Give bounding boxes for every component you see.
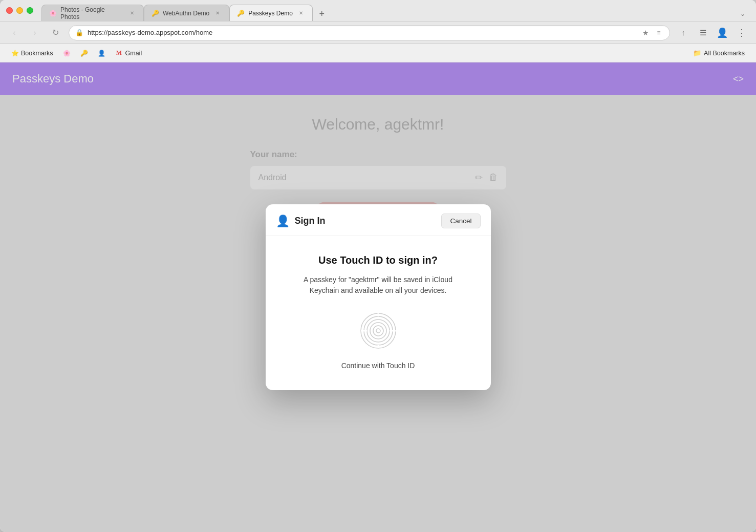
bookmark-gmail-icon: M [116,50,123,57]
reader-icon[interactable]: ≡ [654,28,663,37]
tab-webauthn-label: WebAuthn Demo [163,10,209,17]
bookmarks-bar: ⭐ Bookmarks 🌸 🔑 👤 M Gmail 📁 All Bookmark… [0,44,756,62]
touch-id-desc: A passkey for "agektmr" will be saved in… [296,274,460,296]
refresh-button[interactable]: ↻ [48,26,62,40]
svg-point-1 [364,316,393,345]
bookmark-photos[interactable]: 🌸 [59,48,75,59]
tab-passkeys-close[interactable]: ✕ [297,9,305,17]
sidebar-toggle-icon[interactable]: ☰ [696,26,710,40]
passkeys-tab-icon: 🔑 [237,10,244,17]
tab-photos[interactable]: 🌸 Photos - Google Photos ✕ [41,5,144,21]
fingerprint-icon [360,312,397,349]
webauthn-tab-icon: 🔑 [152,10,159,17]
tab-photos-close[interactable]: ✕ [128,9,136,17]
traffic-lights [6,7,33,14]
back-button[interactable]: ‹ [7,26,21,40]
profile-icon[interactable]: 👤 [715,26,729,40]
bookmark-person-icon: 👤 [98,50,105,57]
modal-cancel-button[interactable]: Cancel [441,214,480,228]
tab-webauthn-close[interactable]: ✕ [213,9,222,17]
address-icons: ★ ≡ [641,28,663,37]
maximize-window-button[interactable] [27,7,33,14]
star-icon[interactable]: ★ [641,28,650,37]
tab-overflow-button[interactable]: ⌄ [736,7,750,21]
address-url: https://passkeys-demo.appspot.com/home [88,29,637,36]
modal-body: Use Touch ID to sign in? A passkey for "… [266,236,491,390]
modal-title: Sign In [295,216,326,226]
new-tab-button[interactable]: + [315,7,329,21]
tab-passkeys-label: Passkeys Demo [248,10,293,17]
svg-point-3 [370,323,386,339]
menu-icon[interactable]: ⋮ [735,26,749,40]
bookmark-photos-icon: 🌸 [63,50,71,57]
touch-id-title: Use Touch ID to sign in? [281,254,476,266]
address-input-wrap[interactable]: 🔒 https://passkeys-demo.appspot.com/home… [69,25,670,40]
bookmark-bookmarks-label: Bookmarks [21,50,53,57]
toolbar-icons: ↑ ☰ 👤 ⋮ [676,26,749,40]
bookmark-bookmarks-icon: ⭐ [11,50,18,57]
modal-header: 👤 Sign In Cancel [266,204,491,236]
signin-modal: 👤 Sign In Cancel Use Touch ID to sign in… [266,204,491,390]
bookmark-key-icon: 🔑 [81,50,88,57]
tabs-bar: 🌸 Photos - Google Photos ✕ 🔑 WebAuthn De… [37,0,750,21]
all-bookmarks-button[interactable]: 📁 All Bookmarks [689,47,749,59]
bookmark-gmail-label: Gmail [125,50,142,57]
share-icon[interactable]: ↑ [676,26,690,40]
bookmark-bookmarks[interactable]: ⭐ Bookmarks [7,48,57,59]
svg-point-4 [373,326,383,336]
all-bookmarks-label: All Bookmarks [704,50,745,57]
tab-webauthn[interactable]: 🔑 WebAuthn Demo ✕ [144,5,229,21]
browser-window: 🌸 Photos - Google Photos ✕ 🔑 WebAuthn De… [0,0,756,532]
close-window-button[interactable] [6,7,13,14]
address-bar: ‹ › ↻ 🔒 https://passkeys-demo.appspot.co… [0,22,756,44]
touch-id-continue-label: Continue with Touch ID [281,361,476,370]
tab-photos-label: Photos - Google Photos [60,6,124,20]
modal-overlay: 👤 Sign In Cancel Use Touch ID to sign in… [0,62,756,532]
lock-icon: 🔒 [75,29,83,36]
modal-person-icon: 👤 [276,215,290,228]
modal-title-wrap: 👤 Sign In [276,215,326,228]
photos-tab-icon: 🌸 [49,10,56,17]
bookmark-gmail[interactable]: M Gmail [112,48,146,59]
tab-passkeys[interactable]: 🔑 Passkeys Demo ✕ [229,5,313,21]
title-bar: 🌸 Photos - Google Photos ✕ 🔑 WebAuthn De… [0,0,756,22]
page-content: Passkeys Demo <> Welcome, agektmr! Your … [0,62,756,532]
minimize-window-button[interactable] [16,7,23,14]
forward-button[interactable]: › [28,26,42,40]
bookmark-key[interactable]: 🔑 [77,48,92,59]
bookmark-person[interactable]: 👤 [94,48,110,59]
all-bookmarks-icon: 📁 [693,49,701,57]
svg-point-5 [376,329,380,333]
